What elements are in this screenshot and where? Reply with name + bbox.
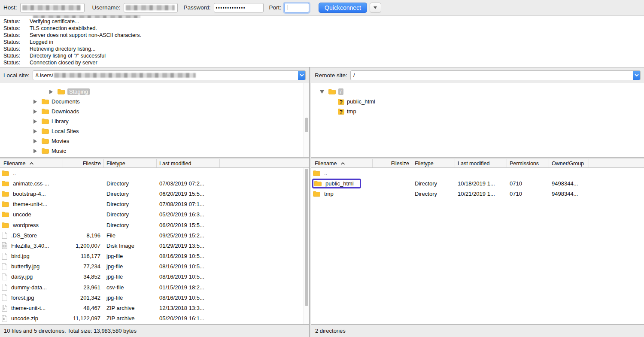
file-name: forest.jpg — [11, 294, 34, 301]
file-icon — [2, 294, 7, 301]
expander-right-icon[interactable] — [32, 109, 38, 114]
tree-item-staging[interactable]: Staging — [0, 87, 309, 97]
file-size — [63, 209, 104, 220]
file-row--[interactable]: .. — [311, 168, 644, 178]
file-row--[interactable]: .. — [0, 168, 309, 178]
local-list-scrollbar[interactable] — [304, 168, 309, 324]
column-header-last-modified[interactable]: Last modified — [157, 159, 220, 167]
quickconnect-dropdown-button[interactable] — [370, 3, 381, 13]
file-name: dummy-data... — [11, 284, 47, 291]
quickconnect-button[interactable]: Quickconnect — [319, 3, 367, 13]
file-row-tmp[interactable]: tmpDirectory10/21/2019 1...07109498344..… — [311, 188, 644, 199]
expander-right-icon[interactable] — [48, 90, 54, 94]
local-tree-scrollbar[interactable] — [304, 83, 309, 157]
username-input[interactable] — [124, 3, 178, 12]
expander-right-icon[interactable] — [32, 119, 38, 124]
local-status-bar: 10 files and 5 directories. Total size: … — [0, 324, 309, 337]
tree-item-downloads[interactable]: Downloads — [0, 106, 309, 116]
expander-right-icon[interactable] — [32, 139, 38, 143]
column-header-filename[interactable]: Filename — [311, 159, 373, 167]
column-header-filetype[interactable]: Filetype — [104, 159, 157, 167]
file-row-bird-jpg[interactable]: bird.jpg116,177jpg-file08/16/2019 10:5..… — [0, 251, 309, 261]
status-log-message: Logged in — [30, 39, 53, 45]
svg-text:?: ? — [340, 99, 343, 105]
file-row--ds-store[interactable]: .DS_Store8,196File09/25/2019 15:2... — [0, 230, 309, 240]
tree-item--[interactable]: / — [311, 87, 644, 97]
file-row-theme-unit-t-[interactable]: theme-unit-t...Directory07/08/2019 07:1.… — [0, 199, 309, 209]
file-row-forest-jpg[interactable]: forest.jpg201,342jpg-file08/16/2019 10:5… — [0, 292, 309, 303]
file-name: bird.jpg — [11, 253, 30, 259]
file-row-public-html[interactable]: public_htmlDirectory10/18/2019 1...07109… — [311, 178, 644, 188]
file-row-dummy-data-[interactable]: dummy-data...23,961csv-file01/15/2019 18… — [0, 282, 309, 292]
password-input[interactable]: ••••••••••••• — [214, 3, 264, 12]
remote-site-dropdown-button[interactable] — [633, 71, 640, 80]
status-log-message: TLS connection established. — [30, 25, 97, 31]
file-row-wordpress[interactable]: wordpressDirectory06/20/2019 15:5... — [0, 220, 309, 230]
remote-site-combobox[interactable]: / — [350, 70, 641, 80]
remote-site-label: Remote site: — [315, 72, 347, 79]
file-row-filezilla-3-40-[interactable]: FileZilla_3.40...1,200,007Disk Image01/2… — [0, 240, 309, 251]
zip-icon — [2, 305, 7, 312]
column-header-filename[interactable]: Filename — [0, 159, 63, 167]
column-header-filesize[interactable]: Filesize — [63, 159, 104, 167]
status-log-line: Status:Directory listing of "/" successf… — [0, 52, 644, 59]
folder-icon — [2, 191, 9, 197]
folder-icon — [2, 222, 9, 228]
tree-item-public-html[interactable]: ?public_html — [311, 97, 644, 106]
folder-icon — [2, 212, 9, 217]
scrollbar-thumb[interactable] — [305, 169, 308, 306]
tree-item-local-sites[interactable]: Local Sites — [0, 126, 309, 136]
file-owner-group: 9498344... — [549, 188, 589, 199]
status-log-line: Status:Logged in — [0, 39, 644, 46]
column-header-last-modified[interactable]: Last modified — [455, 159, 507, 167]
file-row-bootstrap-4-[interactable]: bootstrap-4...Directory06/20/2019 15:5..… — [0, 188, 309, 199]
remote-site-path: / — [353, 72, 355, 79]
local-site-combobox[interactable]: /Users/ — [33, 70, 306, 80]
scrollbar-thumb[interactable] — [305, 118, 308, 132]
file-row-uncode[interactable]: uncodeDirectory05/20/2019 16:3... — [0, 209, 309, 220]
host-input[interactable] — [20, 3, 85, 12]
file-size: 116,177 — [63, 251, 104, 261]
file-icon — [2, 253, 7, 260]
tree-item-label: public_html — [347, 98, 375, 105]
expander-right-icon[interactable] — [32, 149, 38, 153]
file-row-animate-css-[interactable]: animate.css-...Directory07/03/2019 07:2.… — [0, 178, 309, 188]
local-site-dropdown-button[interactable] — [298, 71, 305, 80]
file-type: ZIP archive — [104, 303, 157, 313]
column-header-owner-group[interactable]: Owner/Group — [549, 159, 589, 167]
local-pane: Local site: /Users/ StagingDocumentsDown… — [0, 67, 309, 337]
file-row-uncode-zip[interactable]: uncode.zip11,122,097ZIP archive05/20/201… — [0, 313, 309, 324]
redacted-log-text — [33, 15, 140, 18]
expander-down-icon[interactable] — [319, 90, 325, 94]
status-log-prefix: Status: — [0, 18, 30, 25]
file-row-theme-unit-t-[interactable]: theme-unit-t...48,467ZIP archive12/13/20… — [0, 303, 309, 313]
expander-right-icon[interactable] — [32, 129, 38, 134]
column-header-filesize[interactable]: Filesize — [373, 159, 412, 167]
status-log-prefix: Status: — [0, 25, 30, 32]
folder-icon — [314, 181, 322, 186]
folder-icon — [2, 181, 9, 186]
tree-item-documents[interactable]: Documents — [0, 97, 309, 106]
column-header-filetype[interactable]: Filetype — [412, 159, 455, 167]
tree-item-tmp[interactable]: ?tmp — [311, 106, 644, 116]
port-input[interactable] — [284, 3, 309, 12]
status-log-prefix: Status: — [0, 32, 30, 39]
tree-item-music[interactable]: Music — [0, 146, 309, 156]
text-cursor — [288, 5, 288, 10]
expander-right-icon[interactable] — [32, 100, 38, 104]
file-name: .DS_Store — [11, 232, 37, 239]
host-value-redacted — [22, 5, 81, 10]
tree-item-library[interactable]: Library — [0, 116, 309, 126]
file-row-butterfly-jpg[interactable]: butterfly.jpg77,234jpg-file08/16/2019 10… — [0, 261, 309, 272]
disk-image-icon — [2, 242, 7, 249]
file-type — [412, 168, 455, 178]
local-site-path-prefix: /Users/ — [36, 72, 53, 79]
local-site-label: Local site: — [3, 72, 30, 79]
file-row-daisy-jpg[interactable]: daisy.jpg34,852jpg-file08/16/2019 10:5..… — [0, 272, 309, 282]
tree-item-label: / — [338, 88, 343, 95]
tree-item-movies[interactable]: Movies — [0, 136, 309, 146]
file-size: 48,467 — [63, 303, 104, 313]
folder-icon — [42, 109, 49, 114]
file-name: tmp — [324, 191, 334, 197]
column-header-permissions[interactable]: Permissions — [507, 159, 549, 167]
